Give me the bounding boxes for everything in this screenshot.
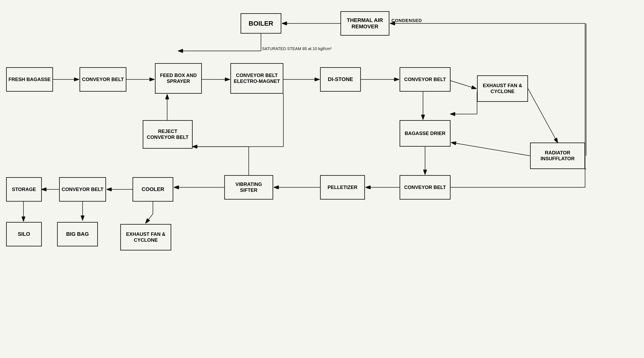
storage-box: STORAGE	[6, 177, 42, 202]
bagasse-drier-box: BAGASSE DRIER	[400, 120, 450, 147]
di-stone-label: DI-STONE	[328, 76, 353, 82]
fresh-bagasse-box: FRESH BAGASSE	[6, 67, 53, 92]
exhaust-fan-cyclone-1-label: EXHAUST FAN & CYCLONE	[479, 83, 526, 94]
feed-box-sprayer-box: FEED BOX AND SPRAYER	[155, 63, 202, 94]
exhaust-fan-cyclone-1-box: EXHAUST FAN & CYCLONE	[477, 75, 528, 102]
conveyor-belt-2-label: CONVEYOR BELT	[404, 77, 446, 82]
conveyor-belt-electro-box: CONVEYOR BELT ELECTRO-MAGNET	[230, 63, 283, 94]
condensed-label: CONDENSED	[392, 18, 422, 23]
radiator-insufflator-label: RADIATOR INSUFFLATOR	[532, 150, 583, 162]
conveyor-belt-3-box: CONVEYOR BELT	[400, 175, 450, 199]
svg-line-32	[528, 89, 558, 143]
conveyor-belt-4-box: CONVEYOR BELT	[59, 177, 106, 202]
cooler-box: COOLER	[132, 177, 173, 202]
pelletizer-label: PELLETIZER	[328, 184, 358, 190]
svg-line-33	[452, 143, 530, 156]
silo-label: SILO	[18, 231, 30, 237]
thermal-air-remover-label: THERMAL AIR REMOVER	[343, 17, 387, 30]
conveyor-belt-1-box: CONVEYOR BELT	[80, 67, 126, 92]
thermal-air-remover-box: THERMAL AIR REMOVER	[340, 11, 390, 36]
conveyor-belt-1-label: CONVEYOR BELT	[82, 77, 124, 82]
vibrating-sifter-label: VIBRATING SIFTER	[226, 181, 271, 193]
conveyor-belt-4-label: CONVEYOR BELT	[62, 186, 104, 192]
svg-line-20	[146, 214, 153, 223]
reject-conveyor-belt-label: REJECT CONVEYOR BELT	[145, 129, 190, 140]
exhaust-fan-cyclone-2-box: EXHAUST FAN & CYCLONE	[120, 224, 171, 250]
feed-box-sprayer-label: FEED BOX AND SPRAYER	[157, 72, 200, 84]
diagram-container: BOILER THERMAL AIR REMOVER CONDENSED SAT…	[0, 0, 644, 358]
storage-label: STORAGE	[12, 186, 36, 192]
silo-box: SILO	[6, 222, 42, 246]
big-bag-label: BIG BAG	[66, 231, 89, 237]
conveyor-belt-electro-label: CONVEYOR BELT ELECTRO-MAGNET	[232, 72, 281, 84]
di-stone-box: DI-STONE	[320, 67, 361, 92]
cooler-label: COOLER	[142, 186, 164, 192]
big-bag-box: BIG BAG	[57, 222, 98, 246]
svg-line-8	[446, 79, 476, 89]
reject-conveyor-belt-box: REJECT CONVEYOR BELT	[143, 120, 193, 149]
exhaust-fan-cyclone-2-label: EXHAUST FAN & CYCLONE	[122, 231, 169, 243]
conveyor-belt-3-label: CONVEYOR BELT	[404, 184, 446, 190]
pelletizer-box: PELLETIZER	[320, 175, 365, 199]
boiler-label: BOILER	[249, 19, 274, 27]
vibrating-sifter-box: VIBRATING SIFTER	[224, 175, 273, 199]
conveyor-belt-2-box: CONVEYOR BELT	[400, 67, 450, 92]
boiler-box: BOILER	[240, 13, 281, 34]
steam-label: SATURATED STEAM 85 at 10 kgf/cm²	[262, 46, 332, 51]
bagasse-drier-label: BAGASSE DRIER	[405, 131, 446, 137]
radiator-insufflator-box: RADIATOR INSUFFLATOR	[530, 143, 585, 169]
fresh-bagasse-label: FRESH BAGASSE	[8, 77, 51, 82]
